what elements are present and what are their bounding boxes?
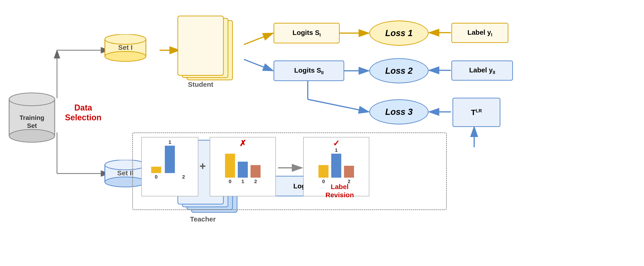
svg-text:Set I: Set I [118,44,132,51]
chart1-bar0: 0 [151,161,161,180]
svg-text:Teacher: Teacher [190,215,216,223]
label-yii-text: Label yII [469,66,495,75]
logits-si-label: Logits SI [292,29,321,38]
student-nn-svg: Student [173,14,246,100]
t-lr-box: TLR [452,98,500,127]
chart2-bar2: 2 [250,165,260,185]
chart2-bar0: 0 [225,154,235,185]
svg-point-35 [105,51,146,61]
svg-point-28 [9,93,55,106]
t-lr-label: TLR [471,108,482,117]
check-mark: ✓ [333,139,340,148]
loss3-label: Loss 3 [385,107,412,117]
logits-si-box: Logits SI [274,23,340,43]
chart1: 0 1 2 [141,137,198,196]
svg-text:Set II: Set II [117,169,134,177]
plus-symbol: + [200,160,206,172]
chart2: ✗ 0 1 2 [210,137,276,196]
label-yi-box: Label yI [451,23,508,43]
student-nn: Student [173,14,246,101]
chart3-bar0: 0 [318,159,328,185]
loss2-label: Loss 2 [385,66,412,76]
label-yii-box: Label yII [451,61,513,81]
chart3-bar1: 1 [331,147,341,185]
set-i-cylinder: Set I [102,34,148,64]
label-revision-label: LabelRevision [317,183,362,199]
cross-mark: ✗ [239,139,246,148]
chart2-bar1: 1 [238,162,248,185]
svg-point-27 [9,129,55,142]
chart3-bar2: 2 [344,159,354,185]
diagram: Training Set Data Selection Set I Set II [0,0,644,266]
training-set-cylinder: Training Set [7,87,57,146]
data-selection-label: Data Selection [63,103,104,122]
set-i: Set I [102,34,148,65]
svg-text:Student: Student [188,81,213,88]
svg-point-36 [105,34,146,44]
svg-line-18 [308,99,369,112]
loss3-ellipse: Loss 3 [369,99,428,124]
svg-line-10 [244,33,273,45]
svg-rect-47 [178,16,224,75]
training-set: Training Set [7,87,57,146]
svg-text:Training: Training [20,114,44,121]
logits-sii-label: Logits SII [294,66,324,75]
logits-sii-box: Logits SII [274,61,344,81]
loss2-ellipse: Loss 2 [369,58,428,83]
svg-line-11 [244,59,273,71]
chart1-bar2: 2 [178,167,188,180]
loss1-ellipse: Loss 1 [369,21,428,46]
loss1-label: Loss 1 [385,28,412,38]
svg-text:Set: Set [27,122,37,129]
chart-arrow [277,162,304,174]
label-yi-text: Label yI [468,29,492,38]
chart1-bar1: 1 [165,139,175,180]
